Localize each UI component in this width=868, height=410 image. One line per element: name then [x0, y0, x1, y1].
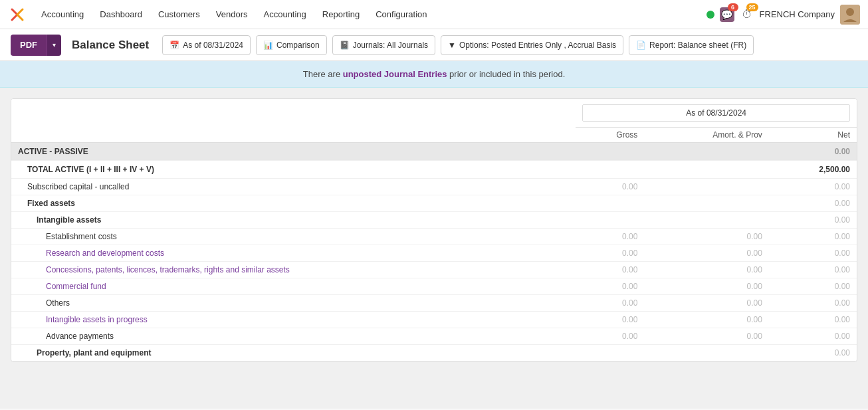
intangible-in-progress-net: 0.00 [769, 312, 857, 328]
subscribed-capital-label: Subscribed capital - uncalled [11, 179, 576, 195]
fixed-assets-amort [644, 195, 769, 212]
concessions-label[interactable]: Concessions, patents, licences, trademar… [11, 262, 576, 278]
nav-item-configuration[interactable]: Configuration [369, 5, 433, 23]
intangible-in-progress-row: Intangible assets in progress 0.00 0.00 … [11, 312, 857, 328]
intangible-assets-net: 0.00 [769, 212, 857, 229]
nav-item-customers[interactable]: Customers [152, 5, 207, 23]
options-filter-label: Options: Posted Entries Only , Accrual B… [459, 41, 616, 50]
total-active-row: TOTAL ACTIVE (I + II + III + IV + V) 2,5… [11, 161, 857, 179]
commercial-fund-label[interactable]: Commercial fund [11, 278, 576, 295]
concessions-amort: 0.00 [644, 262, 769, 278]
total-active-amort [644, 161, 769, 179]
property-plant-amort [644, 345, 769, 361]
property-plant-net: 0.00 [769, 345, 857, 361]
company-name[interactable]: FRENCH Company [760, 9, 835, 19]
col-net-header: Net [769, 128, 857, 143]
subscribed-capital-amort [644, 179, 769, 195]
commercial-fund-gross: 0.00 [576, 278, 644, 295]
journals-filter-button[interactable]: 📓 Journals: All Journals [332, 35, 435, 55]
intangible-assets-amort [644, 212, 769, 229]
intangible-in-progress-label[interactable]: Intangible assets in progress [11, 312, 576, 328]
total-active-label: TOTAL ACTIVE (I + II + III + IV + V) [11, 161, 576, 179]
property-plant-gross [576, 345, 644, 361]
pdf-button[interactable]: PDF [11, 35, 47, 56]
research-costs-gross: 0.00 [576, 245, 644, 262]
advance-payments-label: Advance payments [11, 328, 576, 345]
col-gross-header: Gross [576, 128, 644, 143]
section-label: ACTIVE - PASSIVE [11, 143, 576, 161]
concessions-row: Concessions, patents, licences, trademar… [11, 262, 857, 278]
calendar-icon: 📅 [169, 41, 179, 50]
report-toolbar: PDF ▾ Balance Sheet 📅 As of 08/31/2024 📊… [0, 29, 868, 61]
date-filter-button[interactable]: 📅 As of 08/31/2024 [162, 35, 251, 55]
intangible-assets-row: Intangible assets 0.00 [11, 212, 857, 229]
user-avatar[interactable] [840, 5, 860, 25]
others-row: Others 0.00 0.00 0.00 [11, 295, 857, 312]
establishment-costs-gross: 0.00 [576, 229, 644, 245]
research-costs-row: Research and development costs 0.00 0.00… [11, 245, 857, 262]
nav-item-reporting[interactable]: Reporting [316, 5, 366, 23]
research-costs-label[interactable]: Research and development costs [11, 245, 576, 262]
total-active-gross [576, 161, 644, 179]
activity-badge: 25 [746, 3, 758, 11]
establishment-costs-label: Establishment costs [11, 229, 576, 245]
advance-payments-row: Advance payments 0.00 0.00 0.00 [11, 328, 857, 345]
research-costs-amort: 0.00 [644, 245, 769, 262]
comparison-filter-button[interactable]: 📊 Comparison [256, 35, 327, 55]
top-navigation: Accounting Dashboard Customers Vendors A… [0, 0, 868, 29]
subscribed-capital-gross: 0.00 [576, 179, 644, 195]
online-status-indicator [706, 11, 714, 19]
activity-icon-wrap[interactable]: ⏱ 25 [740, 7, 754, 22]
page-title: Balance Sheet [72, 39, 149, 52]
concessions-gross: 0.00 [576, 262, 644, 278]
date-filter-label: As of 08/31/2024 [183, 41, 243, 50]
unposted-entries-link[interactable]: unposted Journal Entries [343, 69, 447, 79]
research-costs-net: 0.00 [769, 245, 857, 262]
nav-item-vendors[interactable]: Vendors [209, 5, 255, 23]
filter-icon: ▼ [448, 41, 456, 50]
establishment-costs-row: Establishment costs 0.00 0.00 0.00 [11, 229, 857, 245]
report-filter-button[interactable]: 📄 Report: Balance sheet (FR) [629, 35, 754, 55]
nav-item-accounting-main[interactable]: Accounting [35, 5, 90, 23]
date-header-row: As of 08/31/2024 [11, 99, 857, 128]
pdf-button-group: PDF ▾ [11, 35, 61, 56]
fixed-assets-gross [576, 195, 644, 212]
others-amort: 0.00 [644, 295, 769, 312]
journal-icon: 📓 [340, 41, 350, 50]
section-gross [576, 143, 644, 161]
commercial-fund-row: Commercial fund 0.00 0.00 0.00 [11, 278, 857, 295]
advance-payments-net: 0.00 [769, 328, 857, 345]
concessions-net: 0.00 [769, 262, 857, 278]
fixed-assets-net: 0.00 [769, 195, 857, 212]
date-header-cell: As of 08/31/2024 [582, 104, 850, 122]
app-logo[interactable] [8, 5, 29, 24]
subscribed-capital-net: 0.00 [769, 179, 857, 195]
chat-badge: 6 [728, 3, 738, 11]
others-label: Others [11, 295, 576, 312]
svg-point-1 [846, 8, 854, 16]
intangible-assets-label: Intangible assets [11, 212, 576, 229]
nav-item-dashboard[interactable]: Dashboard [93, 5, 149, 23]
alert-banner: There are unposted Journal Entries prior… [0, 61, 868, 88]
intangible-in-progress-gross: 0.00 [576, 312, 644, 328]
comparison-icon: 📊 [263, 41, 273, 50]
alert-text-after: prior or included in this period. [447, 69, 565, 79]
intangible-assets-gross [576, 212, 644, 229]
total-active-net: 2,500.00 [769, 161, 857, 179]
subscribed-capital-row: Subscribed capital - uncalled 0.00 0.00 [11, 179, 857, 195]
column-header-row: Gross Amort. & Prov Net [11, 128, 857, 143]
pdf-dropdown-button[interactable]: ▾ [47, 35, 61, 56]
others-gross: 0.00 [576, 295, 644, 312]
col-name-header [11, 128, 576, 143]
col-amort-header: Amort. & Prov [644, 128, 769, 143]
options-filter-button[interactable]: ▼ Options: Posted Entries Only , Accrual… [441, 35, 623, 55]
establishment-costs-net: 0.00 [769, 229, 857, 245]
nav-item-accounting[interactable]: Accounting [257, 5, 313, 23]
establishment-costs-amort: 0.00 [644, 229, 769, 245]
alert-text-before: There are [303, 69, 343, 79]
balance-sheet-table: As of 08/31/2024 Gross Amort. & Prov Net… [11, 99, 857, 361]
chat-icon-wrap[interactable]: 💬 6 [720, 7, 734, 22]
advance-payments-gross: 0.00 [576, 328, 644, 345]
intangible-in-progress-amort: 0.00 [644, 312, 769, 328]
others-net: 0.00 [769, 295, 857, 312]
